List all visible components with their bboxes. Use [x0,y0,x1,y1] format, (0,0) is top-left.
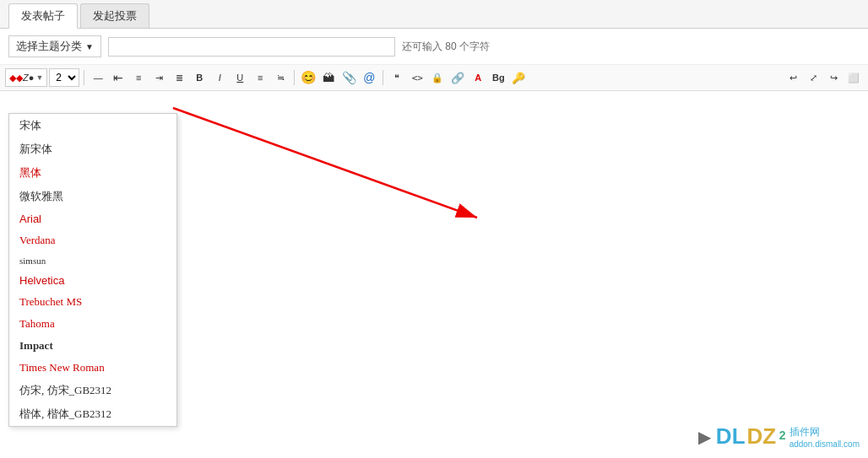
font-dropdown: 宋体 新宋体 黑体 微软雅黑 Arial Verdana simsun Helv… [8,113,177,427]
char-count: 还可输入 80 个字符 [402,40,490,54]
font-icons: ◆◆Z● [9,73,34,84]
tab-poll[interactable]: 发起投票 [80,3,149,28]
svg-line-1 [173,108,477,218]
toolbar: ◆◆Z● ▼ 2 1 3 4 5 6 7 — ⇤ ≡ ⇥ ≣ B I U ≡ ≒… [0,65,868,91]
link-button[interactable]: 🔗 [448,68,467,87]
font-selector-arrow: ▼ [35,73,43,82]
underline-button[interactable]: U [231,68,249,87]
font-item-helvetica[interactable]: Helvetica [9,270,176,291]
emoji-button[interactable]: 😊 [299,68,317,87]
key-button[interactable]: 🔑 [509,68,528,87]
align-justify-button[interactable]: ≣ [170,68,188,87]
font-item-simsun[interactable]: simsun [9,251,176,270]
list-unordered-button[interactable]: ≒ [271,68,290,87]
watermark-logo: DL DZ 2 插件网 addon.dismall.com [716,423,860,450]
chevron-down-icon: ▼ [85,42,94,51]
align-left-button[interactable]: ⇤ [109,68,127,87]
attach-button[interactable]: 📎 [339,68,358,87]
subject-row: 选择主题分类 ▼ 还可输入 80 个字符 [0,29,868,65]
font-item-lishu[interactable]: 楷体, 楷体_GB2312 [9,402,176,426]
toolbar-divider-1 [84,70,84,85]
shrink-button[interactable]: ⬜ [844,68,863,87]
font-item-heiti[interactable]: 黑体 [9,161,176,185]
font-item-arial[interactable]: Arial [9,208,176,229]
fullscreen-button[interactable]: ⤢ [804,68,822,87]
font-item-verdana[interactable]: Verdana [9,229,176,251]
category-label: 选择主题分类 [16,39,82,54]
lock-button[interactable]: 🔒 [428,68,447,87]
font-item-fangsong[interactable]: 仿宋, 仿宋_GB2312 [9,379,176,402]
watermark-cursor-icon: ▶ [698,427,711,447]
list-ordered-button[interactable]: ≡ [251,68,269,87]
quote-button[interactable]: ❝ [388,68,406,87]
watermark: ▶ DL DZ 2 插件网 addon.dismall.com [698,423,860,450]
main-container: 发表帖子 发起投票 选择主题分类 ▼ 还可输入 80 个字符 ◆◆Z● ▼ 2 … [0,0,868,458]
align-right-button[interactable]: ⇥ [149,68,168,87]
arrow-pointer [165,100,486,271]
toolbar-divider-3 [382,70,383,85]
font-item-weisofthei[interactable]: 微软雅黑 [9,185,176,208]
font-item-times[interactable]: Times New Roman [9,357,176,379]
italic-button[interactable]: I [210,68,229,87]
font-item-xinsongti[interactable]: 新宋体 [9,137,176,161]
toolbar-right: ↩ ⤢ ↪ ⬜ [784,68,863,87]
bold-button[interactable]: B [190,68,209,87]
category-select[interactable]: 选择主题分类 ▼ [8,35,101,57]
font-item-trebuchet[interactable]: Trebuchet MS [9,291,176,313]
code-button[interactable]: <> [408,68,426,87]
subject-input[interactable] [108,37,395,57]
font-item-impact[interactable]: Impact [9,335,176,357]
toolbar-divider-2 [294,70,295,85]
font-item-songti[interactable]: 宋体 [9,114,176,137]
align-center-button[interactable]: ≡ [129,68,148,87]
tab-post[interactable]: 发表帖子 [8,3,78,29]
size-selector[interactable]: 2 1 3 4 5 6 7 [49,68,79,87]
color-a-button[interactable]: A [469,68,487,87]
at-button[interactable]: @ [360,68,378,87]
hr-button[interactable]: — [89,68,107,87]
image-button[interactable]: 🏔 [319,68,338,87]
font-item-tahoma[interactable]: Tahoma [9,313,176,335]
redo-button[interactable]: ↪ [824,68,843,87]
tab-bar: 发表帖子 发起投票 [0,0,868,29]
undo-button[interactable]: ↩ [784,68,802,87]
font-selector[interactable]: ◆◆Z● ▼ [5,68,47,87]
bgcolor-button[interactable]: Bg [489,68,507,87]
